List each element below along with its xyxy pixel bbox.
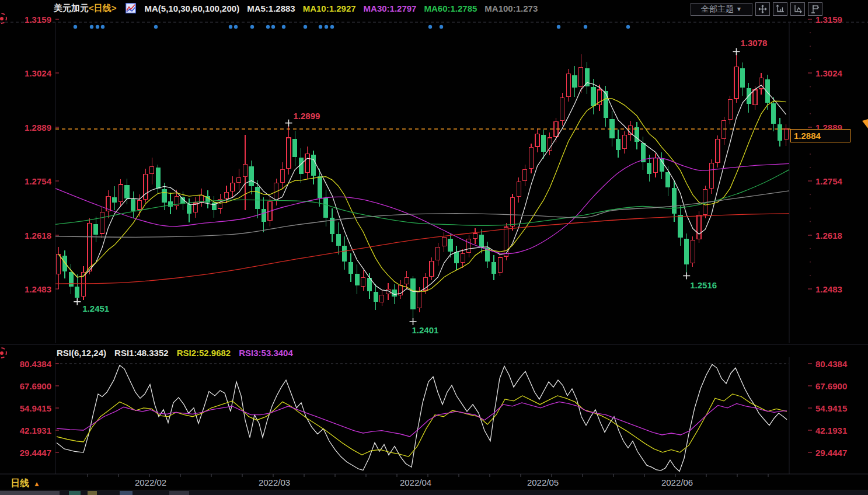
price-axis-label-right: 1.2483 [815, 284, 842, 294]
date-axis-label: 2022/02 [135, 477, 166, 487]
trading-app-window: 美元加元 <日线> MA(5,10,30,60,100,200) MA5:1.2… [0, 0, 868, 495]
axis-scale-right-button[interactable] [790, 2, 805, 16]
rsi-axis-label-right: 80.4384 [815, 359, 847, 369]
ma100-value-label: MA100:1.273 [484, 4, 538, 13]
price-axis-label-left: 1.3024 [0, 68, 51, 78]
price-axis-label-left: 1.2754 [0, 176, 51, 186]
period-selector-tab[interactable]: 日线 ▲ [11, 477, 40, 490]
ma-settings-label: MA(5,10,30,60,100,200) [145, 4, 240, 13]
ma30-value-label: MA30:1.2797 [364, 4, 417, 13]
rsi-axis-label-right: 67.6900 [815, 381, 847, 391]
rsi-axis-label-left: 29.4447 [0, 448, 51, 458]
main-chart-header: 美元加元 <日线> MA(5,10,30,60,100,200) MA5:1.2… [0, 1, 538, 15]
theme-dropdown[interactable]: 全部主题 ▼ [691, 3, 752, 16]
date-axis-label: 2022/05 [527, 477, 559, 487]
rsi3-value-label: RSI3:53.3404 [239, 348, 293, 358]
date-axis-label: 2022/03 [259, 477, 290, 487]
ma60-value-label: MA60:1.2785 [424, 4, 477, 13]
chevron-down-icon: ▼ [736, 6, 742, 12]
price-axis-label-right: 1.3159 [815, 15, 842, 25]
ma5-value-label: MA5:1.2883 [247, 4, 295, 13]
rsi2-value-label: RSI2:52.9682 [177, 348, 231, 358]
rsi-axis-label-right: 54.9415 [815, 403, 847, 413]
chart-canvas [0, 0, 868, 495]
rsi-axis-label-left: 42.1931 [0, 426, 51, 435]
price-annotation-1.3078: 1.3078 [740, 38, 767, 48]
price-axis-label-right: 1.2754 [815, 176, 842, 186]
rsi-axis-label-left: 67.6900 [0, 381, 51, 391]
date-axis-label: 2022/06 [661, 477, 693, 487]
theme-dropdown-label: 全部主题 [701, 4, 734, 15]
axis-scale-left-button[interactable] [773, 2, 787, 16]
move-tool-button[interactable] [755, 2, 770, 16]
symbol-name: 美元加元 [54, 3, 89, 14]
price-annotation-1.2401: 1.2401 [412, 325, 439, 335]
rsi-settings-label: RSI(6,12,24) [57, 348, 106, 358]
price-annotation-1.2899: 1.2899 [293, 111, 320, 121]
price-axis-label-left: 1.3159 [0, 15, 51, 25]
price-axis-label-left: 1.2483 [0, 284, 51, 294]
price-axis-label-left: 1.2889 [0, 123, 51, 133]
mini-chart-icon[interactable] [126, 3, 136, 13]
rsi-axis-label-left: 54.9415 [0, 403, 51, 413]
price-annotation-1.2516: 1.2516 [690, 280, 717, 290]
ma10-value-label: MA10:1.2927 [303, 4, 356, 13]
rsi-axis-label-left: 80.4384 [0, 359, 51, 369]
axis-left-icon [776, 5, 785, 13]
rsi1-value-label: RSI1:48.3352 [114, 348, 169, 358]
price-annotation-1.2451: 1.2451 [82, 304, 109, 313]
move-cross-icon [758, 5, 767, 13]
price-axis-label-right: 1.3024 [815, 68, 842, 78]
bottom-status-strip [0, 491, 868, 495]
period-tab-label: 日线 [11, 477, 29, 490]
rsi-lines-layer [57, 364, 787, 471]
ma-lines-layer [55, 82, 789, 294]
price-axis-label-right: 1.2618 [815, 231, 842, 240]
rsi-axis-label-right: 42.1931 [815, 426, 847, 435]
last-price-box: 1.2884 [790, 129, 850, 142]
period-tag: <日线> [89, 3, 117, 14]
flag-icon [811, 5, 820, 13]
instrument-title: 美元加元 <日线> [54, 3, 117, 14]
rsi-axis-label-right: 29.4447 [815, 448, 847, 458]
price-flag-button[interactable] [808, 2, 822, 16]
rsi-panel-header: RSI(6,12,24) RSI1:48.3352 RSI2:52.9682 R… [57, 348, 293, 358]
date-axis-label: 2022/04 [400, 477, 431, 487]
axis-right-icon [793, 5, 802, 13]
triangle-up-icon: ▲ [33, 480, 40, 488]
price-axis-label-left: 1.2618 [0, 231, 51, 240]
toolbar-right: 全部主题 ▼ [691, 2, 822, 16]
signal-dots-layer [74, 25, 630, 29]
last-price-value: 1.2884 [794, 131, 821, 141]
